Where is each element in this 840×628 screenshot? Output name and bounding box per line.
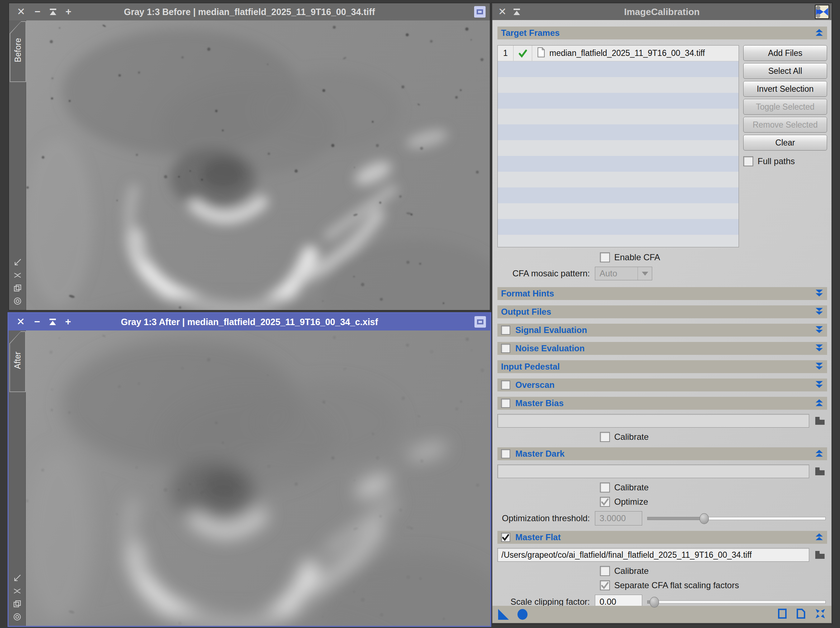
separate-cfa-checkbox[interactable] — [600, 581, 610, 590]
master-dark-path-field[interactable] — [497, 465, 809, 478]
master-bias-path-field[interactable] — [497, 414, 809, 428]
section-overscan[interactable]: Overscan — [497, 378, 827, 391]
section-signal-evaluation[interactable]: Signal Evaluation — [497, 324, 827, 337]
section-master-flat[interactable]: Master Flat — [497, 531, 827, 544]
remove-selected-button: Remove Selected — [743, 117, 827, 133]
invert-selection-button[interactable]: Invert Selection — [743, 81, 827, 97]
scroll-arrow-icon[interactable] — [13, 574, 22, 583]
section-noise-evaluation[interactable]: Noise Evaluation — [497, 342, 827, 355]
collapse-chevron-icon[interactable] — [815, 28, 824, 37]
master-flat-calibrate-checkbox[interactable] — [600, 566, 610, 576]
noise-evaluation-checkbox[interactable] — [501, 344, 510, 353]
section-input-pedestal[interactable]: Input Pedestal — [497, 360, 827, 373]
full-paths-label: Full paths — [758, 156, 795, 166]
signal-evaluation-checkbox[interactable] — [501, 326, 510, 335]
section-master-dark[interactable]: Master Dark — [497, 447, 827, 460]
maximize-icon[interactable] — [474, 316, 486, 327]
master-flat-checkbox[interactable] — [501, 533, 510, 542]
optimization-threshold-slider — [647, 513, 826, 524]
before-titlebar[interactable]: ✕ − + Gray 1:3 Before | median_flatfield… — [9, 3, 490, 21]
center-view-icon[interactable] — [13, 612, 22, 622]
before-tab[interactable]: Before — [9, 21, 26, 82]
duplicate-view-icon[interactable] — [13, 600, 22, 609]
reset-icon[interactable] — [815, 608, 826, 620]
fit-view-icon[interactable] — [49, 319, 56, 325]
after-image-window: ✕ − + Gray 1:3 After | median_flatfield_… — [8, 312, 491, 627]
master-flat-path-field[interactable]: /Users/grapeot/co/ai_flatfield/final_fla… — [497, 548, 809, 562]
zoom-out-icon[interactable]: − — [35, 7, 40, 17]
shade-icon[interactable] — [513, 9, 520, 15]
enable-cfa-label: Enable CFA — [614, 252, 660, 263]
master-dark-optimize-checkbox[interactable] — [600, 497, 610, 507]
expand-chevron-icon[interactable] — [815, 362, 824, 371]
master-dark-checkbox[interactable] — [501, 449, 510, 459]
file-name: median_flatfield_2025_11_9T16_00_34.tiff — [549, 48, 705, 58]
before-window-title: Gray 1:3 Before | median_flatfield_2025_… — [9, 7, 490, 17]
after-image-canvas[interactable] — [26, 331, 490, 626]
collapse-chevron-icon[interactable] — [815, 449, 824, 458]
section-output-files[interactable]: Output Files — [497, 305, 827, 318]
before-tab-label: Before — [13, 38, 23, 65]
browse-documentation-icon[interactable] — [796, 608, 805, 620]
expand-chevron-icon[interactable] — [815, 381, 824, 389]
scale-clipping-factor-label: Scale clipping factor: — [497, 597, 595, 607]
expand-chevron-icon[interactable] — [815, 308, 824, 316]
collapse-chevron-icon[interactable] — [815, 399, 824, 408]
maximize-icon[interactable] — [474, 6, 486, 17]
expand-chevron-icon[interactable] — [815, 289, 824, 298]
scale-clipping-factor-slider[interactable] — [647, 596, 826, 607]
center-view-icon[interactable] — [13, 296, 22, 306]
after-tab[interactable]: After — [9, 331, 26, 392]
edit-instance-source-icon[interactable] — [778, 608, 787, 620]
section-format-hints[interactable]: Format Hints — [497, 287, 827, 300]
before-side-strip: Before — [9, 21, 26, 310]
row-index: 1 — [498, 46, 513, 61]
master-bias-checkbox[interactable] — [501, 399, 510, 408]
select-all-button[interactable]: Select All — [743, 63, 827, 79]
check-icon[interactable] — [513, 46, 532, 61]
expand-chevron-icon[interactable] — [815, 344, 824, 353]
zoom-in-icon[interactable]: + — [65, 317, 71, 327]
enable-cfa-checkbox[interactable] — [600, 252, 610, 263]
crop-marks-icon[interactable] — [13, 587, 22, 596]
file-icon — [537, 47, 545, 60]
section-master-bias[interactable]: Master Bias — [497, 397, 827, 410]
zoom-out-icon[interactable]: − — [34, 317, 40, 327]
folder-icon[interactable] — [813, 414, 827, 427]
apply-global-icon[interactable] — [518, 609, 527, 620]
new-instance-icon[interactable] — [498, 609, 509, 620]
crop-marks-icon[interactable] — [13, 270, 22, 280]
master-bias-calibrate-label: Calibrate — [614, 432, 649, 442]
scroll-arrow-icon[interactable] — [13, 258, 22, 267]
section-target-frames[interactable]: Target Frames — [497, 27, 827, 40]
overscan-checkbox[interactable] — [501, 380, 510, 390]
master-dark-calibrate-checkbox[interactable] — [600, 482, 610, 492]
before-image-window: ✕ − + Gray 1:3 Before | median_flatfield… — [9, 3, 490, 310]
after-titlebar[interactable]: ✕ − + Gray 1:3 After | median_flatfield_… — [9, 313, 490, 331]
close-icon[interactable]: ✕ — [17, 7, 25, 17]
master-bias-calibrate-checkbox[interactable] — [600, 432, 610, 442]
master-flat-calibrate-label: Calibrate — [614, 566, 649, 576]
collapse-chevron-icon[interactable] — [815, 533, 824, 542]
empty-rows — [498, 61, 739, 247]
imagecalibration-dialog: ✕ ImageCalibration Target Frames 1 — [492, 3, 832, 624]
clear-button[interactable]: Clear — [743, 135, 827, 150]
add-files-button[interactable]: Add Files — [743, 45, 827, 61]
duplicate-view-icon[interactable] — [13, 283, 22, 293]
master-dark-calibrate-label: Calibrate — [614, 482, 649, 492]
after-window-title: Gray 1:3 After | median_flatfield_2025_1… — [9, 317, 490, 327]
table-row[interactable]: 1 median_flatfield_2025_11_9T16_00_34.ti… — [498, 46, 739, 61]
full-paths-checkbox[interactable] — [743, 156, 753, 166]
dialog-titlebar[interactable]: ✕ ImageCalibration — [493, 3, 831, 20]
folder-icon[interactable] — [813, 465, 827, 478]
fit-view-icon[interactable] — [50, 9, 56, 15]
zoom-in-icon[interactable]: + — [66, 7, 71, 17]
expand-chevron-icon[interactable] — [815, 326, 824, 334]
after-tab-label: After — [13, 352, 22, 372]
close-icon[interactable]: ✕ — [16, 317, 25, 327]
close-icon[interactable]: ✕ — [498, 7, 506, 17]
slider-thumb[interactable] — [650, 597, 659, 607]
target-frames-table[interactable]: 1 median_flatfield_2025_11_9T16_00_34.ti… — [497, 45, 739, 247]
folder-icon[interactable] — [813, 549, 827, 562]
before-image-canvas[interactable] — [26, 21, 490, 310]
